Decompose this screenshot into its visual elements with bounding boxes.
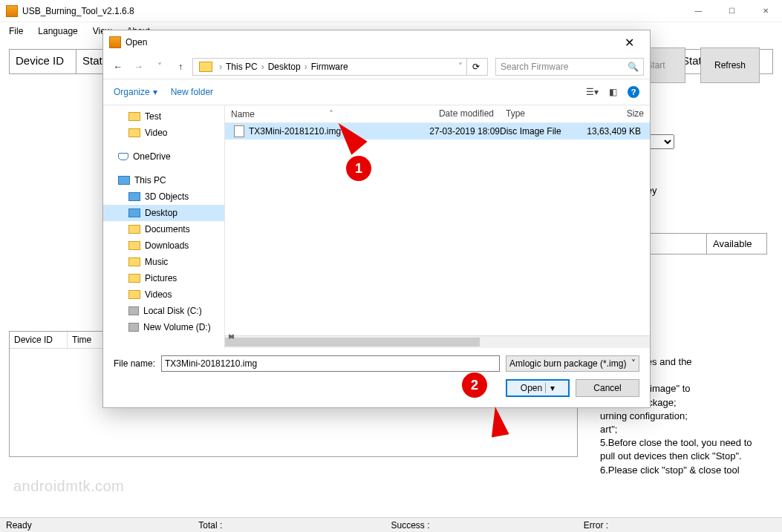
window-controls: — ☐ ✕ — [682, 0, 782, 22]
nav-recent-button[interactable]: ˅ — [151, 58, 169, 76]
system-folder-icon — [128, 208, 140, 217]
dialog-body: TestVideoOneDriveThis PC3D ObjectsDeskto… — [103, 105, 650, 348]
preview-pane-button[interactable]: ◧ — [609, 87, 617, 97]
close-button[interactable]: ✕ — [749, 0, 782, 22]
tree-node-label: Desktop — [145, 208, 177, 218]
app-icon — [6, 5, 18, 17]
cancel-button[interactable]: Cancel — [576, 379, 639, 397]
status-error: Error : — [584, 520, 776, 531]
file-filter-select[interactable]: Amlogic burn package (*.img)˅ — [506, 355, 639, 372]
system-folder-icon — [118, 176, 130, 185]
chevron-down-icon: ▾ — [153, 87, 157, 97]
disk-col-available: Available — [707, 234, 766, 254]
crumb-this-pc[interactable]: This PC — [226, 62, 258, 72]
system-folder-icon — [128, 192, 140, 201]
folder-icon — [128, 290, 140, 299]
tree-node[interactable]: OneDrive — [103, 148, 224, 165]
dialog-title: Open — [126, 37, 147, 47]
tree-node[interactable]: Videos — [103, 286, 224, 303]
dialog-toolbar: Organize ▾ New folder ☰▾ ◧ ? — [103, 79, 650, 105]
filename-input[interactable] — [161, 355, 500, 372]
dialog-titlebar: Open ✕ — [103, 30, 650, 54]
search-input[interactable]: Search Firmware 🔍 — [495, 58, 644, 76]
file-icon — [234, 125, 244, 137]
minimize-button[interactable]: — — [682, 0, 715, 22]
organize-button[interactable]: Organize ▾ — [114, 87, 157, 97]
folder-icon — [128, 274, 140, 283]
tree-node[interactable]: Test — [103, 108, 224, 125]
dialog-app-icon — [109, 36, 121, 48]
crumb-desktop[interactable]: Desktop — [268, 62, 301, 72]
tree-node-label: Music — [145, 257, 168, 267]
col-time: Time — [68, 332, 105, 348]
status-success: Success : — [391, 520, 584, 531]
crumb-firmware[interactable]: Firmware — [311, 62, 348, 72]
col-size[interactable]: Size — [581, 105, 650, 122]
col-device-id: Device ID — [10, 332, 68, 348]
filename-label: File name: — [114, 358, 155, 369]
folder-icon — [128, 112, 140, 121]
col-type[interactable]: Type — [500, 105, 581, 122]
refresh-button[interactable]: Refresh — [700, 47, 760, 83]
col-date[interactable]: Date modified — [411, 105, 500, 122]
tree-node-label: Local Disk (C:) — [143, 306, 202, 316]
col-device-id: Device ID — [10, 50, 76, 73]
folder-icon — [128, 225, 140, 234]
menu-language[interactable]: Language — [32, 24, 83, 38]
maximize-button[interactable]: ☐ — [715, 0, 749, 22]
tree-node[interactable]: Local Disk (C:) — [103, 303, 224, 319]
folder-icon — [128, 257, 140, 266]
folder-tree[interactable]: TestVideoOneDriveThis PC3D ObjectsDeskto… — [103, 105, 225, 348]
watermark: androidmtk.com — [13, 478, 124, 495]
status-ready: Ready — [6, 520, 198, 531]
disk-icon — [128, 323, 139, 332]
refresh-icon[interactable]: ⟳ — [466, 58, 484, 76]
tree-node-label: OneDrive — [133, 151, 171, 162]
tree-node[interactable]: Music — [103, 254, 224, 270]
tree-node-label: Downloads — [145, 240, 189, 251]
annotation-marker-2: 2 — [462, 372, 487, 398]
dialog-close-button[interactable]: ✕ — [614, 36, 644, 50]
tree-node[interactable]: Downloads — [103, 237, 224, 254]
disk-icon — [128, 306, 139, 315]
tree-node[interactable]: Pictures — [103, 270, 224, 286]
tree-node[interactable]: New Volume (D:) — [103, 319, 224, 335]
tree-node[interactable]: Video — [103, 125, 224, 141]
cloud-icon — [118, 153, 128, 160]
nav-up-button[interactable]: ↑ — [172, 58, 189, 76]
open-button[interactable]: Open ▾ — [506, 379, 570, 397]
dialog-nav: ← → ˅ ↑ › This PC › Desktop › Firmware ˅… — [103, 54, 650, 79]
scroll-thumb[interactable] — [225, 338, 480, 347]
file-list: Name ˄ Date modified Type Size TX3Mini-2… — [225, 105, 650, 348]
col-name[interactable]: Name ˄ — [225, 105, 411, 122]
tree-node-label: Video — [145, 128, 167, 138]
help-icon[interactable]: ? — [628, 86, 639, 98]
folder-icon — [128, 241, 140, 250]
new-folder-button[interactable]: New folder — [171, 87, 213, 97]
tree-node[interactable]: Desktop — [103, 205, 224, 221]
file-list-header: Name ˄ Date modified Type Size — [225, 105, 650, 123]
file-name: TX3Mini-20181210.img — [249, 126, 341, 137]
tree-node[interactable]: This PC — [103, 172, 224, 188]
breadcrumb[interactable]: › This PC › Desktop › Firmware ˅ ⟳ — [192, 58, 488, 76]
tree-node[interactable]: 3D Objects — [103, 188, 224, 205]
nav-back-button[interactable]: ← — [109, 58, 127, 76]
tree-node-label: 3D Objects — [145, 191, 189, 202]
tree-node[interactable]: Documents — [103, 221, 224, 237]
dialog-footer: File name: Amlogic burn package (*.img)˅… — [103, 348, 650, 407]
file-date: 27-03-2019 18:09 — [411, 126, 500, 137]
app-title: USB_Burning_Tool_v2.1.6.8 — [22, 6, 134, 16]
folder-icon — [128, 128, 140, 137]
file-row[interactable]: TX3Mini-20181210.img27-03-2019 18:09Disc… — [225, 123, 650, 139]
view-options-button[interactable]: ☰▾ — [586, 87, 599, 97]
statusbar: Ready Total : Success : Error : — [0, 517, 782, 532]
titlebar: USB_Burning_Tool_v2.1.6.8 — ☐ ✕ — [0, 0, 782, 22]
folder-icon — [199, 62, 212, 72]
file-type: Disc Image File — [500, 126, 581, 137]
nav-forward-button[interactable]: → — [130, 58, 148, 76]
tree-node-label: Test — [145, 111, 161, 122]
menu-file[interactable]: File — [3, 24, 29, 38]
search-icon: 🔍 — [628, 62, 639, 72]
tree-node-label: New Volume (D:) — [143, 322, 211, 332]
horizontal-scrollbar[interactable]: ◀ ▶ — [225, 335, 650, 348]
